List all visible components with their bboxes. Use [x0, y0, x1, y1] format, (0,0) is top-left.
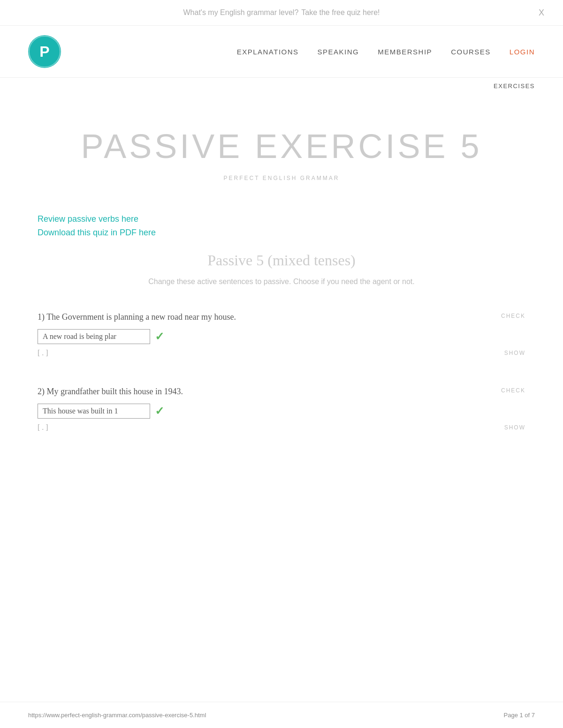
nav-explanations[interactable]: EXPLANATIONS [237, 48, 299, 56]
show-button-1[interactable]: SHOW [504, 350, 525, 356]
footer-url: https://www.perfect-english-grammar.com/… [28, 712, 206, 719]
secondary-nav: EXERCISES [0, 78, 563, 90]
answer-input-1[interactable] [38, 329, 150, 344]
answer-1-row: ✓ [38, 329, 525, 344]
show-button-2[interactable]: SHOW [504, 424, 525, 431]
quiz-link[interactable]: Take the free quiz here! [301, 8, 380, 17]
nav-membership[interactable]: MEMBERSHIP [378, 48, 432, 56]
top-bar: What's my English grammar level? Take th… [0, 0, 563, 26]
show-placeholder-2: [ . ] [38, 423, 48, 432]
checkmark-1: ✓ [155, 330, 164, 343]
question-1: 1) The Government is planning a new road… [38, 311, 525, 357]
download-link[interactable]: Download this quiz in PDF here [38, 228, 525, 238]
footer: https://www.perfect-english-grammar.com/… [0, 702, 563, 728]
footer-page: Page 1 of 7 [504, 712, 535, 719]
logo[interactable]: P [28, 35, 61, 68]
nav-speaking[interactable]: SPEAKING [318, 48, 359, 56]
main-nav: EXPLANATIONS SPEAKING MEMBERSHIP COURSES… [237, 48, 535, 56]
review-link[interactable]: Review passive verbs here [38, 214, 525, 224]
answer-2-row: ✓ [38, 404, 525, 419]
question-2-text: 2) My grandfather built this house in 19… [38, 385, 183, 398]
question-1-number: 1) [38, 312, 46, 322]
logo-circle: P [28, 35, 61, 68]
close-button[interactable]: X [539, 8, 544, 18]
question-2-row: 2) My grandfather built this house in 19… [38, 385, 525, 398]
content-section: Review passive verbs here Download this … [0, 195, 563, 479]
check-button-1[interactable]: CHECK [501, 311, 525, 319]
question-2-number: 2) [38, 387, 47, 396]
nav-login[interactable]: LOGIN [510, 48, 535, 56]
answer-input-2[interactable] [38, 404, 150, 419]
logo-letter: P [39, 44, 49, 59]
nav-courses[interactable]: COURSES [451, 48, 491, 56]
hero-title: PASSIVE EXERCISE 5 [28, 127, 535, 165]
top-bar-text: What's my English grammar level? [183, 8, 298, 17]
exercise-title: Passive 5 (mixed tenses) [38, 252, 525, 269]
show-1-row: [ . ] SHOW [38, 349, 525, 357]
question-1-text: 1) The Government is planning a new road… [38, 311, 236, 323]
show-2-row: [ . ] SHOW [38, 423, 525, 432]
question-2: 2) My grandfather built this house in 19… [38, 385, 525, 432]
exercises-nav-item[interactable]: EXERCISES [494, 83, 535, 90]
question-1-row: 1) The Government is planning a new road… [38, 311, 525, 323]
header: P EXPLANATIONS SPEAKING MEMBERSHIP COURS… [0, 26, 563, 78]
show-placeholder-1: [ . ] [38, 349, 48, 357]
checkmark-2: ✓ [155, 405, 164, 418]
check-button-2[interactable]: CHECK [501, 385, 525, 394]
hero-section: PASSIVE EXERCISE 5 PERFECT ENGLISH GRAMM… [0, 90, 563, 195]
hero-subtitle: PERFECT ENGLISH GRAMMAR [28, 175, 535, 181]
exercise-description: Change these active sentences to passive… [38, 276, 525, 287]
links-section: Review passive verbs here Download this … [38, 214, 525, 238]
